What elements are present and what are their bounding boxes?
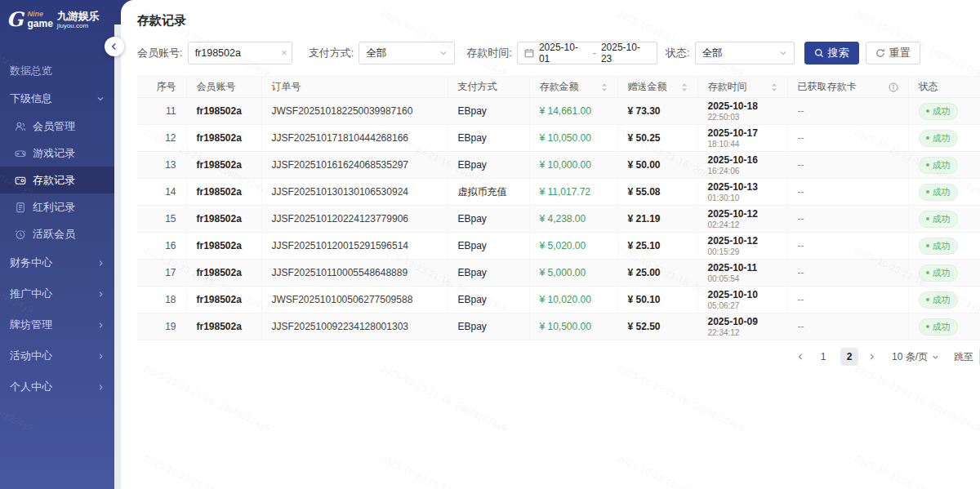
date-range-picker[interactable]: 2025-10-01 - 2025-10-23 <box>517 42 657 64</box>
next-page-icon[interactable] <box>866 353 877 361</box>
sidebar-item-promotion-center[interactable]: 推广中心 <box>0 278 114 309</box>
status-dot-icon <box>926 109 929 113</box>
table-row: 18 fr198502a JWSF202510100506277509588 E… <box>137 287 980 313</box>
jump-label: 跳至 <box>954 350 973 364</box>
chevron-right-icon <box>97 260 105 267</box>
chevron-down-icon <box>439 49 448 57</box>
header-payment: 支付方式 <box>448 77 529 98</box>
clear-icon[interactable]: × <box>281 47 287 59</box>
search-icon <box>814 48 824 58</box>
reset-button[interactable]: 重置 <box>866 42 920 64</box>
game-records-icon <box>15 148 26 159</box>
page-size-select[interactable]: 10 条/页 <box>892 350 939 364</box>
sort-icon[interactable] <box>601 82 608 92</box>
sidebar-item-archway-management[interactable]: 牌坊管理 <box>0 309 114 340</box>
sidebar-item-deposit-records[interactable]: 存款记录 <box>0 167 114 193</box>
sidebar-item-game-records[interactable]: 游戏记录 <box>0 140 114 167</box>
deposit-records-icon <box>15 175 26 186</box>
chevron-down-icon <box>96 95 105 103</box>
status-badge: 成功 <box>919 184 958 201</box>
header-order: 订单号 <box>261 77 448 98</box>
table-body: 11 fr198502a JWSF202510182250039987160 E… <box>137 98 980 340</box>
bonus-records-icon <box>15 202 26 213</box>
status-badge: 成功 <box>919 103 958 120</box>
status-dot-icon <box>926 190 929 193</box>
chevron-right-icon <box>97 322 105 329</box>
header-amount[interactable]: 存款金额 <box>529 77 617 98</box>
status-dot-icon <box>926 325 929 328</box>
table-row: 14 fr198502a JJSF202510130130106530924 虚… <box>137 179 980 206</box>
content-panel: 存款记录 会员账号: × 支付方式: 全部 存款时间: 2025-10-01 -… <box>121 0 980 489</box>
date-label: 存款时间: <box>466 46 512 60</box>
chevron-right-icon <box>97 384 105 391</box>
brand-name-cn: 九游娱乐 <box>57 11 100 21</box>
header-account: 会员账号 <box>186 77 261 98</box>
main-area: 存款记录 会员账号: × 支付方式: 全部 存款时间: 2025-10-01 -… <box>114 0 980 489</box>
chevron-right-icon <box>97 353 105 360</box>
table-row: 16 fr198502a JJSF202510120015291596514 E… <box>137 233 980 260</box>
pagination: 1 2 10 条/页 跳至 页 <box>137 347 980 367</box>
payment-select[interactable]: 全部 <box>359 42 455 64</box>
date-end: 2025-10-23 <box>601 42 650 64</box>
status-badge: 成功 <box>919 318 958 336</box>
header-status: 状态 <box>908 77 980 98</box>
calendar-icon <box>524 48 534 58</box>
status-dot-icon <box>926 163 929 167</box>
header-deposit-card: 已获取存款卡 <box>787 77 908 98</box>
info-icon[interactable] <box>889 82 898 92</box>
sidebar-item-overview[interactable]: 数据总览 <box>0 57 114 85</box>
members-icon <box>15 121 26 132</box>
status-label: 状态: <box>666 46 690 60</box>
page-title: 存款记录 <box>137 13 980 29</box>
page-number-1[interactable]: 1 <box>814 348 832 366</box>
sidebar-item-bonus-records[interactable]: 红利记录 <box>0 193 114 220</box>
date-start: 2025-10-01 <box>539 42 588 64</box>
sidebar-item-activity-center[interactable]: 活动中心 <box>0 340 114 371</box>
sidebar-group-subordinate-info[interactable]: 下级信息 <box>0 85 114 113</box>
table-row: 12 fr198502a JJSF202510171810444268166 E… <box>137 125 980 152</box>
search-button[interactable]: 搜索 <box>804 42 859 64</box>
status-select[interactable]: 全部 <box>695 42 795 64</box>
account-input[interactable] <box>188 42 292 64</box>
header-index: 序号 <box>137 77 186 98</box>
table-row: 17 fr198502a JJSF202510110005548648889 E… <box>137 260 980 287</box>
sort-icon[interactable] <box>771 82 777 92</box>
chevron-right-icon <box>97 291 105 298</box>
table-row: 11 fr198502a JWSF202510182250039987160 E… <box>137 98 980 125</box>
sidebar-item-member-management[interactable]: 会员管理 <box>0 113 114 140</box>
sidebar-item-active-members[interactable]: 活跃会员 <box>0 220 114 247</box>
table-row: 13 fr198502a JJSF202510161624068535297 E… <box>137 152 980 179</box>
status-dot-icon <box>926 244 929 247</box>
header-bonus[interactable]: 赠送金额 <box>617 77 697 98</box>
sidebar-collapse-button[interactable] <box>105 37 124 56</box>
sidebar-item-personal-center[interactable]: 个人中心 <box>0 371 114 402</box>
active-members-icon <box>15 229 26 240</box>
sort-icon[interactable] <box>681 82 688 92</box>
prev-page-icon[interactable] <box>795 353 806 361</box>
brand-game: game <box>28 19 53 29</box>
table-header-row: 序号 会员账号 订单号 支付方式 存款金额 赠送金额 存款时间 已获取存款卡 状… <box>137 77 980 98</box>
header-time[interactable]: 存款时间 <box>697 77 787 98</box>
table-row: 19 fr198502a JJSF202510092234128001303 E… <box>137 313 980 340</box>
chevron-left-icon <box>110 42 118 51</box>
payment-label: 支付方式: <box>309 46 354 60</box>
brand-nine: Nine <box>28 11 53 18</box>
sidebar-item-finance-center[interactable]: 财务中心 <box>0 247 114 278</box>
page-number-2-current[interactable]: 2 <box>840 348 858 366</box>
brand-domain: jiuyou.com <box>57 23 100 29</box>
chevron-down-icon <box>932 353 939 361</box>
chevron-down-icon <box>779 49 787 57</box>
status-badge: 成功 <box>919 265 958 282</box>
status-dot-icon <box>926 298 929 301</box>
filter-bar: 会员账号: × 支付方式: 全部 存款时间: 2025-10-01 - 2025… <box>137 42 980 64</box>
status-badge: 成功 <box>919 291 958 309</box>
status-badge: 成功 <box>919 211 958 228</box>
date-separator: - <box>593 47 596 59</box>
status-badge: 成功 <box>919 130 958 147</box>
status-dot-icon <box>926 217 929 220</box>
deposit-records-table: 序号 会员账号 订单号 支付方式 存款金额 赠送金额 存款时间 已获取存款卡 状… <box>137 76 980 340</box>
status-badge: 成功 <box>919 238 958 255</box>
status-dot-icon <box>926 271 929 274</box>
status-dot-icon <box>926 136 929 140</box>
brand-logo: G Nine game 九游娱乐 jiuyou.com <box>0 0 114 38</box>
